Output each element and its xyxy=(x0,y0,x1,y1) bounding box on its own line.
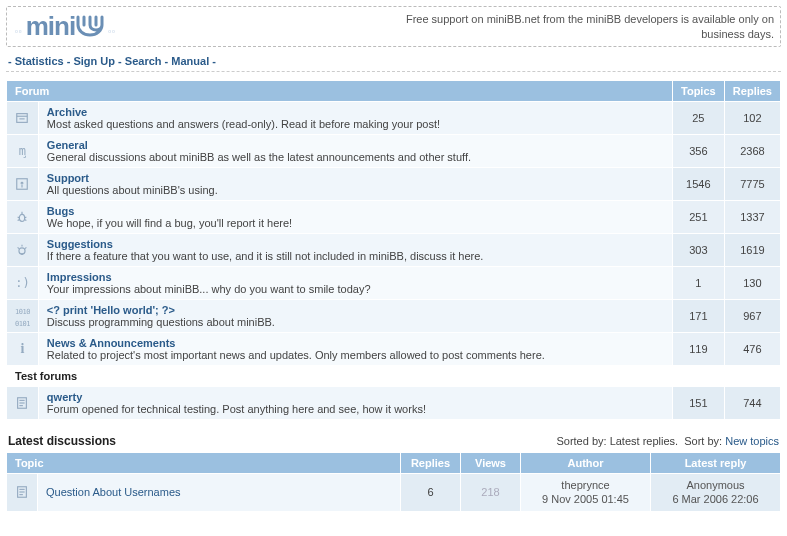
logo-link[interactable]: ▫▫ mini ▫▫ xyxy=(13,11,118,42)
nav-manual[interactable]: Manual xyxy=(171,55,209,67)
sort-info: Sorted by: Latest replies. Sort by: New … xyxy=(556,435,779,447)
col-topic: Topic xyxy=(7,453,401,474)
reply-count: 2368 xyxy=(724,135,780,168)
forum-desc: Your impressions about miniBB... why do … xyxy=(47,283,371,295)
forum-desc: Related to project's most important news… xyxy=(47,349,545,361)
reply-count: 102 xyxy=(724,102,780,135)
reply-count: 967 xyxy=(724,300,780,333)
svg-point-12 xyxy=(19,248,25,254)
forum-info: GeneralGeneral discussions about miniBB … xyxy=(38,135,672,168)
topic-count: 119 xyxy=(672,333,724,366)
forum-desc: Most asked questions and answers (read-o… xyxy=(47,118,440,130)
forum-row: :)ImpressionsYour impressions about mini… xyxy=(7,267,781,300)
topic-count: 251 xyxy=(672,201,724,234)
reply-count: 1337 xyxy=(724,201,780,234)
forum-link[interactable]: Suggestions xyxy=(47,238,113,250)
archive-icon xyxy=(7,102,39,135)
tagline: Free support on miniBB.net from the mini… xyxy=(394,12,774,41)
col-t-replies: Replies xyxy=(401,453,461,474)
topic-row: Question About Usernames6218theprynce9 N… xyxy=(7,474,781,512)
topic-count: 1546 xyxy=(672,168,724,201)
topic-count: 1 xyxy=(672,267,724,300)
forum-info: ImpressionsYour impressions about miniBB… xyxy=(38,267,672,300)
forum-row: ArchiveMost asked questions and answers … xyxy=(7,102,781,135)
forum-link[interactable]: Support xyxy=(47,172,89,184)
forum-info: SupportAll questions about miniBB's usin… xyxy=(38,168,672,201)
forum-link[interactable]: qwerty xyxy=(47,391,82,403)
forum-desc: Discuss programming questions about mini… xyxy=(47,316,275,328)
forum-link[interactable]: Impressions xyxy=(47,271,112,283)
svg-point-4 xyxy=(22,182,24,184)
forum-row: iNews & AnnouncementsRelated to project'… xyxy=(7,333,781,366)
col-latest-reply: Latest reply xyxy=(651,453,781,474)
logo-decoration-right: ▫▫ xyxy=(108,27,116,42)
smile-icon: :) xyxy=(7,267,39,300)
nav-statistics[interactable]: Statistics xyxy=(15,55,64,67)
info-icon: i xyxy=(7,333,39,366)
forum-row: SuggestionsIf there a feature that you w… xyxy=(7,234,781,267)
reply-count: 130 xyxy=(724,267,780,300)
topic-info: Question About Usernames xyxy=(38,474,401,512)
svg-point-6 xyxy=(20,214,25,221)
header-bar: ▫▫ mini ▫▫ Free support on miniBB.net fr… xyxy=(6,6,781,47)
forum-info: ArchiveMost asked questions and answers … xyxy=(38,102,672,135)
col-forum: Forum xyxy=(7,81,673,102)
forum-link[interactable]: Bugs xyxy=(47,205,75,217)
reply-count: 1619 xyxy=(724,234,780,267)
logo-decoration-left: ▫▫ xyxy=(15,27,23,42)
topic-count: 356 xyxy=(672,135,724,168)
reply-count: 7775 xyxy=(724,168,780,201)
code-icon: 10100101 xyxy=(7,300,39,333)
topic-latest-reply: Anonymous6 Mar 2006 22:06 xyxy=(651,474,781,512)
svg-rect-0 xyxy=(17,114,28,123)
forum-link[interactable]: <? print 'Hello world'; ?> xyxy=(47,304,175,316)
topic-views: 218 xyxy=(461,474,521,512)
nav-sign-up[interactable]: Sign Up xyxy=(73,55,115,67)
col-replies: Replies xyxy=(724,81,780,102)
nav-bar: - Statistics - Sign Up - Search - Manual… xyxy=(6,51,781,72)
forum-desc: All questions about miniBB's using. xyxy=(47,184,218,196)
forum-row: 10100101<? print 'Hello world'; ?>Discus… xyxy=(7,300,781,333)
forum-desc: General discussions about miniBB as well… xyxy=(47,151,471,163)
forum-header-row: Forum Topics Replies xyxy=(7,81,781,102)
page-icon xyxy=(7,387,39,420)
svg-line-8 xyxy=(18,217,20,218)
topic-count: 171 xyxy=(672,300,724,333)
nav-search[interactable]: Search xyxy=(125,55,162,67)
forum-info: <? print 'Hello world'; ?>Discuss progra… xyxy=(38,300,672,333)
sort-new-topics-link[interactable]: New topics xyxy=(725,435,779,447)
forum-desc: If there a feature that you want to use,… xyxy=(47,250,484,262)
latest-header: Latest discussions Sorted by: Latest rep… xyxy=(6,434,781,448)
forum-info: News & AnnouncementsRelated to project's… xyxy=(38,333,672,366)
forum-link[interactable]: Archive xyxy=(47,106,87,118)
svg-line-9 xyxy=(25,217,27,218)
forum-table: Forum Topics Replies ArchiveMost asked q… xyxy=(6,80,781,420)
svg-line-10 xyxy=(18,220,20,221)
idea-icon xyxy=(7,234,39,267)
forum-link[interactable]: General xyxy=(47,139,88,151)
forum-info: SuggestionsIf there a feature that you w… xyxy=(38,234,672,267)
forum-info: BugsWe hope, if you will find a bug, you… xyxy=(38,201,672,234)
latest-heading: Latest discussions xyxy=(8,434,116,448)
col-author: Author xyxy=(521,453,651,474)
page-icon xyxy=(7,474,38,512)
topic-author: theprynce9 Nov 2005 01:45 xyxy=(521,474,651,512)
forum-desc: We hope, if you will find a bug, you'll … xyxy=(47,217,292,229)
topics-table: Topic Replies Views Author Latest reply … xyxy=(6,452,781,512)
forum-link[interactable]: News & Announcements xyxy=(47,337,176,349)
forum-info: qwertyForum opened for technical testing… xyxy=(38,387,672,420)
topic-replies: 6 xyxy=(401,474,461,512)
svg-line-15 xyxy=(25,247,26,248)
forum-row: qwertyForum opened for technical testing… xyxy=(7,387,781,420)
topic-count: 151 xyxy=(672,387,724,420)
col-topics: Topics xyxy=(672,81,724,102)
topic-count: 303 xyxy=(672,234,724,267)
col-views: Views xyxy=(461,453,521,474)
forum-desc: Forum opened for technical testing. Post… xyxy=(47,403,426,415)
bug-icon xyxy=(7,201,39,234)
general-icon: m̧ xyxy=(7,135,39,168)
topic-count: 25 xyxy=(672,102,724,135)
svg-line-11 xyxy=(25,220,27,221)
svg-line-14 xyxy=(18,247,19,248)
topic-link[interactable]: Question About Usernames xyxy=(46,486,181,498)
